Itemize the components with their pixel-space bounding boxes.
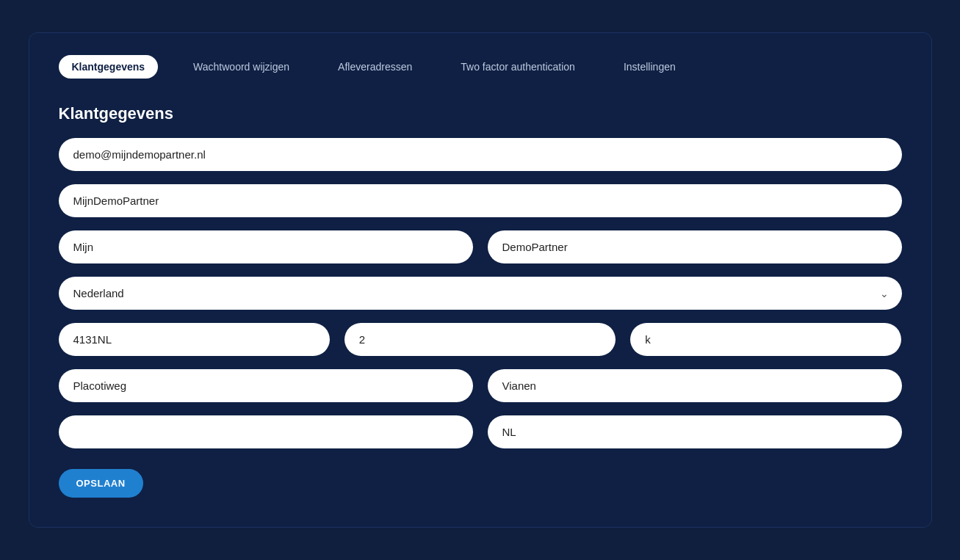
section-title: Klantgegevens [59,104,902,123]
name-row [59,230,902,263]
houseaddition-field-wrapper [630,323,901,356]
company-input[interactable] [59,184,902,217]
country-select[interactable]: Nederland België Duitsland Frankrijk [59,277,902,310]
email-field-wrapper [59,138,902,171]
company-field-wrapper [59,184,902,217]
countrycode-field-wrapper [488,415,902,448]
house-addition-input[interactable] [630,323,901,356]
tab-afleveradressen[interactable]: Afleveradressen [325,55,425,79]
tab-wachtwoord[interactable]: Wachtwoord wijzigen [180,55,303,79]
city-input[interactable] [488,369,902,402]
street-input[interactable] [59,369,473,402]
company-row [59,184,902,217]
lastname-field-wrapper [488,230,902,263]
lastname-input[interactable] [488,230,902,263]
postal-code-input[interactable] [59,323,330,356]
tab-instellingen[interactable]: Instellingen [610,55,689,79]
email-input[interactable] [59,138,902,171]
tab-twofactor[interactable]: Two factor authentication [447,55,588,79]
housenumber-field-wrapper [344,323,616,356]
city-field-wrapper [488,369,902,402]
extra-row [59,415,902,448]
tab-klantgegevens[interactable]: Klantgegevens [59,55,159,79]
country-select-wrapper: Nederland België Duitsland Frankrijk ⌄ [59,277,902,310]
house-number-input[interactable] [344,323,616,356]
email-row [59,138,902,171]
postal-field-wrapper [59,323,330,356]
street-field-wrapper [59,369,473,402]
address-row [59,323,902,356]
street-city-row [59,369,902,402]
firstname-field-wrapper [59,230,473,263]
save-button[interactable]: OPSLAAN [59,469,143,498]
extra-input[interactable] [59,415,473,448]
extra-field-wrapper [59,415,473,448]
klantgegevens-form: Nederland België Duitsland Frankrijk ⌄ [59,138,902,498]
country-code-input[interactable] [488,415,902,448]
page-container: Klantgegevens Wachtwoord wijzigen Afleve… [29,32,932,528]
nav-tabs: Klantgegevens Wachtwoord wijzigen Afleve… [59,55,902,79]
country-row: Nederland België Duitsland Frankrijk ⌄ [59,277,902,310]
firstname-input[interactable] [59,230,473,263]
